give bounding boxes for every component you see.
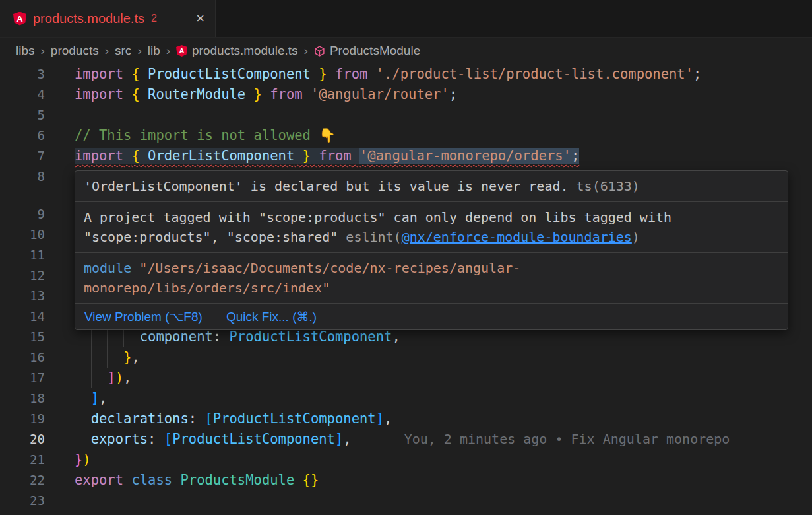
- line-number: 20: [0, 429, 75, 450]
- hover-section-ts-diagnostic: 'OrderListComponent' is declared but its…: [75, 171, 788, 202]
- indent-guide: [91, 347, 92, 368]
- tab-products-module[interactable]: A products.module.ts 2 ×: [0, 0, 216, 37]
- line-number: 13: [0, 286, 75, 306]
- hover-text: eslint(: [346, 229, 401, 245]
- line-content: [75, 105, 812, 125]
- editor[interactable]: 3import { ProductListComponent } from '.…: [0, 64, 812, 515]
- line-content: ],: [75, 388, 812, 409]
- code-text: ]),: [75, 370, 131, 386]
- indent-guide: [107, 347, 108, 368]
- code-line-3[interactable]: 3import { ProductListComponent } from '.…: [0, 64, 812, 85]
- line-content: declarations: [ProductListComponent],: [75, 409, 812, 429]
- line-content: ]),: [75, 368, 812, 388]
- code-line-21[interactable]: 21}): [0, 450, 812, 470]
- tab-bar: A products.module.ts 2 ×: [0, 0, 812, 38]
- breadcrumb-item-src[interactable]: src: [115, 44, 131, 58]
- code-text: exports: [ProductListComponent],: [75, 431, 352, 447]
- breadcrumb-label: lib: [148, 44, 160, 58]
- angular-icon: A: [176, 45, 187, 57]
- breadcrumb-separator: ›: [105, 44, 109, 58]
- hover-text: "/Users/isaac/Documents/code/nx-recipes/…: [84, 260, 520, 296]
- indent-guide: [75, 409, 75, 429]
- code-text: import { ProductListComponent } from './…: [75, 66, 701, 82]
- code-line-17[interactable]: 17 ]),: [0, 368, 812, 388]
- hover-action-bar: View Problem (⌥F8)Quick Fix... (⌘.): [75, 304, 788, 329]
- hover-text: module: [84, 260, 131, 276]
- line-number: 8: [0, 166, 75, 187]
- view-problem-action[interactable]: View Problem (⌥F8): [84, 309, 203, 324]
- hover-sections: 'OrderListComponent' is declared but its…: [75, 171, 788, 304]
- indent-guide: [75, 429, 75, 450]
- git-blame-annotation: You, 2 minutes ago • Fix Angular monorep…: [404, 431, 730, 447]
- code-line-23[interactable]: 23: [0, 491, 812, 511]
- line-content: export class ProductsModule {}: [75, 470, 812, 491]
- line-number: 14: [0, 306, 75, 327]
- hover-section-eslint-diagnostic: A project tagged with "scope:products" c…: [75, 202, 788, 253]
- eslint-rule-link[interactable]: @nx/enforce-module-boundaries: [402, 229, 632, 245]
- code-text: import { RouterModule } from '@angular/r…: [75, 86, 457, 102]
- tab-title: products.module.ts: [33, 11, 144, 26]
- angular-file-icon: A: [13, 12, 26, 26]
- line-number: 11: [0, 245, 75, 265]
- line-number: 18: [0, 388, 75, 409]
- code-text: import { OrderListComponent } from '@ang…: [75, 148, 579, 164]
- breadcrumb-item-products[interactable]: products: [51, 44, 99, 58]
- breadcrumb-item-libs[interactable]: libs: [16, 44, 35, 58]
- hover-text: ): [632, 229, 640, 245]
- line-number: 16: [0, 347, 75, 368]
- line-content: }): [75, 450, 812, 470]
- code-line-16[interactable]: 16 },: [0, 347, 812, 368]
- breadcrumb-label: products: [51, 44, 99, 58]
- line-number: 9: [0, 204, 75, 224]
- code-line-6[interactable]: 6// This import is not allowed 👇: [0, 125, 812, 146]
- code-text: ],: [75, 390, 107, 406]
- line-number: 10: [0, 224, 75, 245]
- code-line-4[interactable]: 4import { RouterModule } from '@angular/…: [0, 85, 812, 105]
- line-content: },: [75, 347, 812, 368]
- line-number: 3: [0, 64, 75, 85]
- breadcrumb-item-products-module-ts[interactable]: Aproducts.module.ts: [176, 44, 298, 58]
- indent-guide: [75, 388, 75, 409]
- code-line-5[interactable]: 5: [0, 105, 812, 125]
- breadcrumb-separator: ›: [304, 44, 308, 58]
- module-symbol-icon: [314, 46, 325, 57]
- line-number: 19: [0, 409, 75, 429]
- breadcrumb-label: libs: [16, 44, 35, 58]
- hover-popup: 'OrderListComponent' is declared but its…: [75, 170, 788, 330]
- line-number: 17: [0, 368, 75, 388]
- line-number: 5: [0, 105, 75, 125]
- code-line-7[interactable]: 7import { OrderListComponent } from '@an…: [0, 146, 812, 166]
- indent-guide: [75, 327, 75, 347]
- breadcrumb: libs›products›src›lib›Aproducts.module.t…: [0, 38, 812, 64]
- breadcrumb-separator: ›: [166, 44, 170, 58]
- breadcrumb-item-lib[interactable]: lib: [148, 44, 160, 58]
- code-text: // This import is not allowed 👇: [75, 127, 336, 143]
- indent-guide: [75, 347, 75, 368]
- line-content: exports: [ProductListComponent],You, 2 m…: [75, 429, 812, 450]
- quick-fix-action[interactable]: Quick Fix... (⌘.): [226, 309, 317, 324]
- code-line-20[interactable]: 20 exports: [ProductListComponent],You, …: [0, 429, 812, 450]
- line-number: 12: [0, 265, 75, 286]
- tab-close-icon[interactable]: ×: [196, 11, 204, 26]
- line-number: 7: [0, 146, 75, 166]
- code-text: export class ProductsModule {}: [75, 472, 319, 488]
- line-content: // This import is not allowed 👇: [75, 125, 812, 146]
- tab-error-count: 2: [151, 13, 157, 24]
- code-line-22[interactable]: 22export class ProductsModule {}: [0, 470, 812, 491]
- breadcrumb-label: products.module.ts: [192, 44, 298, 58]
- line-content: [75, 491, 812, 511]
- code-text: }): [75, 452, 91, 467]
- breadcrumb-separator: ›: [137, 44, 141, 58]
- indent-guide: [91, 368, 92, 388]
- hover-section-module-path: module "/Users/isaac/Documents/code/nx-r…: [75, 253, 788, 304]
- code-line-18[interactable]: 18 ],: [0, 388, 812, 409]
- breadcrumb-item-productsmodule[interactable]: ProductsModule: [314, 44, 420, 58]
- code-text: declarations: [ProductListComponent],: [75, 411, 392, 427]
- breadcrumb-separator: ›: [41, 44, 45, 58]
- line-number: 23: [0, 491, 75, 511]
- breadcrumb-label: src: [115, 44, 131, 58]
- line-number: 21: [0, 450, 75, 470]
- code-line-19[interactable]: 19 declarations: [ProductListComponent],: [0, 409, 812, 429]
- line-number: 22: [0, 470, 75, 491]
- indent-guide: [75, 368, 75, 388]
